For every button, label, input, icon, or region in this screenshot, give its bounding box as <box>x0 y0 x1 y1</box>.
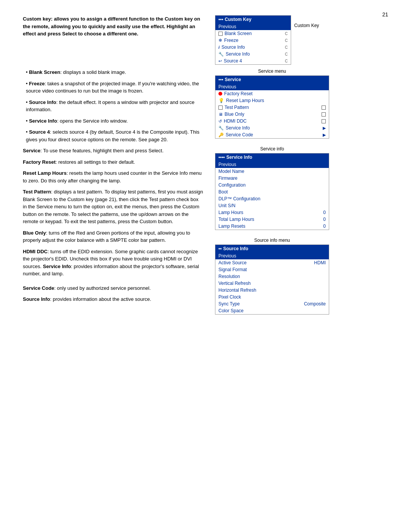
source4-bold: Source 4 <box>29 129 50 135</box>
service-code-item[interactable]: 🔑 Service Code ▶ <box>215 131 329 138</box>
signal-format-label: Signal Format <box>218 267 247 272</box>
service-intro-desc: : To use these features, highlight them … <box>40 148 164 153</box>
source-info-bold: Source Info <box>29 99 56 105</box>
custom-key-menu: ••• Custom Key Previous Blank Screen C ❄… <box>215 15 291 65</box>
factory-reset-para: Factory Reset: restores all settings to … <box>23 158 204 166</box>
custom-key-title-text: Custom Key <box>225 17 252 22</box>
service-menu-previous[interactable]: Previous <box>215 83 329 90</box>
info-icon: i <box>218 45 220 50</box>
color-space-label: Color Space <box>218 308 244 313</box>
factory-reset-bold: Factory Reset <box>23 159 56 165</box>
signal-format-item: Signal Format <box>215 266 329 273</box>
factory-reset-item[interactable]: Factory Reset <box>215 90 329 97</box>
service-menu-title: ••• Service <box>215 76 329 83</box>
menu-item-source4[interactable]: ↩ Source 4 C <box>215 58 291 64</box>
factory-reset-item-label: Factory Reset <box>224 91 253 96</box>
hdmi-ddc-item-label: HDMI DDC <box>224 118 247 124</box>
source-info-radio[interactable]: C <box>285 45 288 50</box>
blank-screen-radio[interactable]: C <box>285 32 288 36</box>
service-code-para: Service Code: only used by authorized se… <box>23 284 204 292</box>
service-info-item[interactable]: 🔧 Service Info ▶ <box>215 125 329 131</box>
hdmi-ddc-item[interactable]: ↺ HDMI DDC <box>215 118 329 125</box>
reset-lamp-item-label: Reset Lamp Hours <box>226 98 264 103</box>
menu-item-source-info[interactable]: i Source Info C <box>215 44 291 51</box>
service-menu: ••• Service Previous Factory Reset 💡 <box>215 75 329 139</box>
source4-label: Source 4 <box>224 58 242 64</box>
service-info-arrow: ▶ <box>323 126 326 131</box>
factory-reset-desc: : restores all settings to their default… <box>56 159 135 165</box>
blank-screen-label: Blank Screen <box>225 31 252 36</box>
service-info2-bold: Service Info <box>43 264 71 269</box>
source-info2-desc: : provides information about the active … <box>50 296 151 302</box>
checkbox-icon <box>218 32 223 36</box>
reset-lamp-bold: Reset Lamp Hours <box>23 170 67 176</box>
service-menu-label: Service menu <box>215 69 329 74</box>
source4-radio[interactable]: C <box>285 59 288 63</box>
blank-screen-bold: Blank Screen <box>29 69 60 75</box>
horizontal-refresh-item: Horizontal Refresh <box>215 287 329 294</box>
menu-item-service-info[interactable]: 🔧 Service Info C <box>215 51 291 58</box>
configuration-item: Configuration <box>215 182 329 189</box>
sync-type-item: Sync Type Composite <box>215 300 329 307</box>
blank-screen-desc: : displays a solid blank image. <box>61 69 126 75</box>
service-info-wrench-icon: 🔧 <box>218 126 224 131</box>
service-info-desc: : opens the Service info window. <box>57 118 128 124</box>
source-info2-para: Source Info: provides information about … <box>23 296 204 303</box>
service-code-arrow: ▶ <box>323 133 326 137</box>
color-space-item: Color Space <box>215 307 329 314</box>
hdmi-icon: ↺ <box>218 119 222 124</box>
source4-icon: ↩ <box>218 59 222 64</box>
menu-item-blank-screen[interactable]: Blank Screen C <box>215 30 291 37</box>
source-info-label: Source Info <box>221 45 245 50</box>
hdmi-ddc-check[interactable] <box>322 119 326 123</box>
service-info-menu-title: •••• Service Info <box>215 153 329 161</box>
key-icon: 🔑 <box>218 133 224 137</box>
test-pattern-item-label: Test Pattern <box>225 105 249 110</box>
blue-only-desc: : turns off the Red and Green portions o… <box>23 230 190 243</box>
lamp-resets-value: 0 <box>323 224 326 229</box>
lamp-hours-value: 0 <box>323 210 326 215</box>
dlp-label: DLP™ Configuration <box>218 196 260 201</box>
menu-item-freeze[interactable]: ❄ Freeze C <box>215 37 291 44</box>
test-pattern-item[interactable]: Test Pattern <box>215 104 329 111</box>
dlp-item: DLP™ Configuration <box>215 195 329 202</box>
source-info-menu-label: Source info menu <box>215 238 329 243</box>
source-info-previous[interactable]: Previous <box>215 252 329 259</box>
custom-key-bold: Custom key: allows you to assign a diffe… <box>23 16 200 37</box>
sync-type-label: Sync Type <box>218 301 240 307</box>
red-dot-icon <box>218 92 222 96</box>
service-info-title-text: Service Info <box>226 155 252 160</box>
pixel-clock-label: Pixel Clock <box>218 294 241 300</box>
vertical-refresh-item: Vertical Refresh <box>215 280 329 287</box>
firmware-item: Firmware <box>215 175 329 182</box>
lamp-hours-label: Lamp Hours <box>218 210 243 215</box>
blue-only-bold: Blue Only <box>23 230 46 236</box>
service-info-previous[interactable]: Previous <box>215 161 329 168</box>
custom-key-menu-title: ••• Custom Key <box>215 16 291 23</box>
service-info-radio[interactable]: C <box>285 52 288 56</box>
service-info-dots: •••• <box>218 155 225 160</box>
service-bold: Service <box>23 148 40 153</box>
reset-lamp-item[interactable]: 💡 Reset Lamp Hours <box>215 97 329 104</box>
resolution-label: Resolution <box>218 274 240 279</box>
page-number: 21 <box>382 11 388 18</box>
model-name-item: Model Name <box>215 168 329 175</box>
custom-key-dots: ••• <box>218 17 223 22</box>
pixel-clock-item: Pixel Clock <box>215 294 329 300</box>
service-intro-para: Service: To use these features, highligh… <box>23 147 204 155</box>
source-info-menu-wrapper: Source info menu •• Source Info Previous… <box>215 238 329 315</box>
blue-only-item[interactable]: 🖥 Blue Only <box>215 111 329 118</box>
service-info-bold: Service Info <box>29 118 57 124</box>
service-code-desc: : only used by authorized service person… <box>54 285 151 291</box>
blue-only-check[interactable] <box>322 112 326 117</box>
unit-sn-label: Unit S/N <box>218 203 236 208</box>
configuration-label: Configuration <box>218 182 245 188</box>
test-pattern-check[interactable] <box>322 105 326 110</box>
lamp-resets-item: Lamp Resets 0 <box>215 223 329 230</box>
intro-para: Custom key: allows you to assign a diffe… <box>23 15 204 38</box>
service-info-item-label: Service Info <box>226 125 250 131</box>
active-source-item: Active Source HDMI <box>215 259 329 266</box>
boot-label: Boot <box>218 189 228 195</box>
custom-key-previous[interactable]: Previous <box>215 23 291 30</box>
freeze-radio[interactable]: C <box>285 38 288 43</box>
